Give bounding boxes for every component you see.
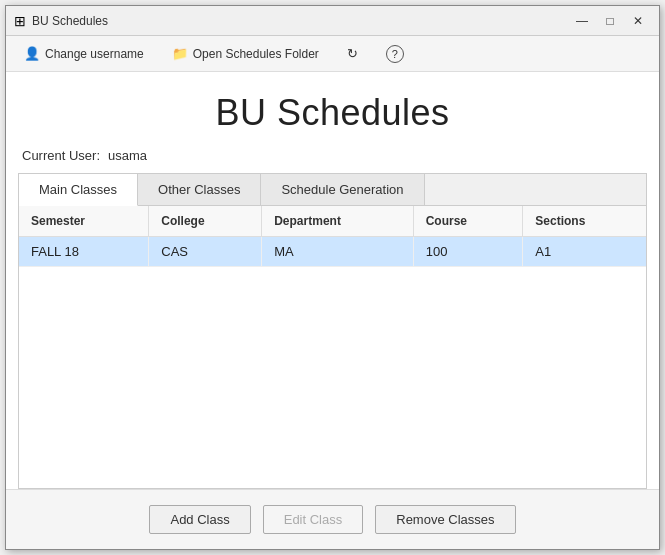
col-header-department: Department [262, 206, 414, 237]
window-controls: — □ ✕ [569, 10, 651, 32]
table-container: Semester College Department Course Secti… [19, 206, 646, 267]
add-class-button[interactable]: Add Class [149, 505, 250, 534]
window-icon: ⊞ [14, 13, 26, 29]
change-username-menu-item[interactable]: 👤 Change username [18, 42, 150, 65]
current-user-row: Current User: usama [6, 144, 659, 173]
change-username-label: Change username [45, 47, 144, 61]
app-title: BU Schedules [6, 72, 659, 144]
open-schedules-folder-menu-item[interactable]: 📁 Open Schedules Folder [166, 42, 325, 65]
remove-classes-button[interactable]: Remove Classes [375, 505, 515, 534]
title-bar: ⊞ BU Schedules — □ ✕ [6, 6, 659, 36]
open-schedules-label: Open Schedules Folder [193, 47, 319, 61]
table-row[interactable]: FALL 18 CAS MA 100 A1 [19, 237, 646, 267]
tabs-header: Main Classes Other Classes Schedule Gene… [19, 174, 646, 206]
menu-bar: 👤 Change username 📁 Open Schedules Folde… [6, 36, 659, 72]
close-button[interactable]: ✕ [625, 10, 651, 32]
cell-course: 100 [413, 237, 523, 267]
maximize-button[interactable]: □ [597, 10, 623, 32]
main-window: ⊞ BU Schedules — □ ✕ 👤 Change username 📁… [5, 5, 660, 550]
tabs-container: Main Classes Other Classes Schedule Gene… [18, 173, 647, 489]
refresh-icon: ↻ [347, 46, 358, 61]
bottom-bar: Add Class Edit Class Remove Classes [6, 489, 659, 549]
help-icon: ? [386, 45, 404, 63]
table-header-row: Semester College Department Course Secti… [19, 206, 646, 237]
window-title: BU Schedules [32, 14, 569, 28]
tab-main-classes[interactable]: Main Classes [19, 174, 138, 206]
cell-college: CAS [149, 237, 262, 267]
help-menu-item[interactable]: ? [380, 41, 410, 67]
edit-class-button[interactable]: Edit Class [263, 505, 364, 534]
tab-content: Semester College Department Course Secti… [19, 206, 646, 488]
user-icon: 👤 [24, 46, 40, 61]
tab-schedule-generation[interactable]: Schedule Generation [261, 174, 424, 205]
class-table: Semester College Department Course Secti… [19, 206, 646, 267]
tab-other-classes[interactable]: Other Classes [138, 174, 261, 205]
col-header-college: College [149, 206, 262, 237]
folder-icon: 📁 [172, 46, 188, 61]
minimize-button[interactable]: — [569, 10, 595, 32]
refresh-menu-item[interactable]: ↻ [341, 42, 364, 65]
current-user-label: Current User: [22, 148, 100, 163]
cell-department: MA [262, 237, 414, 267]
col-header-sections: Sections [523, 206, 646, 237]
cell-sections: A1 [523, 237, 646, 267]
cell-semester: FALL 18 [19, 237, 149, 267]
col-header-course: Course [413, 206, 523, 237]
content-area: BU Schedules Current User: usama Main Cl… [6, 72, 659, 489]
col-header-semester: Semester [19, 206, 149, 237]
current-user-value: usama [108, 148, 147, 163]
